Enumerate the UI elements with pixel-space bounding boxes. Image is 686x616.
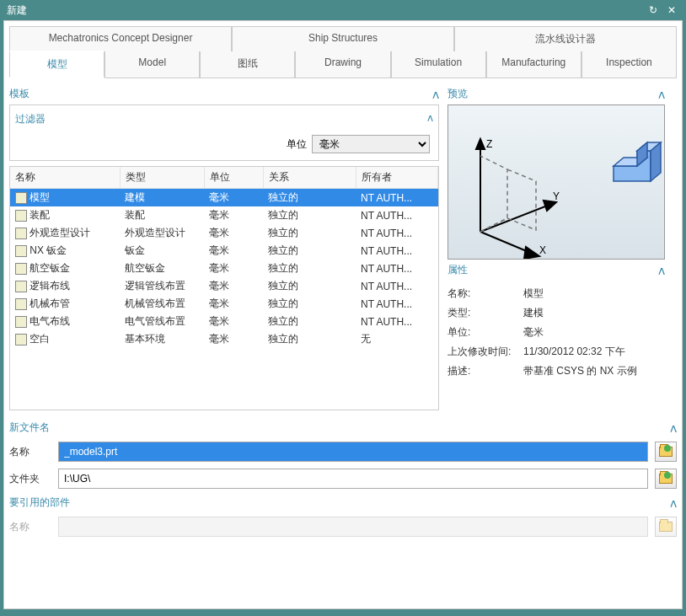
svg-line-2 bbox=[480, 205, 549, 232]
file-icon bbox=[15, 316, 27, 328]
section-refparts[interactable]: 要引用的部件 ʌ bbox=[9, 492, 677, 513]
sub-tab-1[interactable]: Model bbox=[105, 51, 200, 78]
chevron-up-icon: ʌ bbox=[432, 88, 439, 101]
table-row[interactable]: 逻辑布线逻辑管线布置毫米独立的NT AUTH... bbox=[10, 277, 438, 295]
sub-tab-0[interactable]: 模型 bbox=[9, 51, 105, 78]
svg-marker-5 bbox=[524, 247, 539, 259]
chevron-up-icon: ʌ bbox=[427, 112, 433, 126]
upper-tab-0[interactable]: Mechatronics Concept Designer bbox=[9, 26, 232, 51]
file-icon bbox=[15, 334, 27, 345]
folder-input[interactable] bbox=[58, 469, 648, 489]
unit-select[interactable]: 毫米 bbox=[312, 135, 430, 153]
table-row[interactable]: 装配装配毫米独立的NT AUTH... bbox=[10, 206, 438, 224]
chevron-up-icon: ʌ bbox=[658, 88, 665, 101]
file-icon bbox=[15, 210, 27, 222]
sub-tab-5[interactable]: Manufacturing bbox=[486, 51, 581, 78]
unit-label: 单位 bbox=[287, 137, 307, 152]
col-name[interactable]: 名称 bbox=[10, 167, 120, 189]
chevron-up-icon: ʌ bbox=[658, 264, 665, 277]
chevron-up-icon: ʌ bbox=[670, 496, 677, 510]
section-preview[interactable]: 预览 ʌ bbox=[448, 83, 665, 104]
close-icon[interactable]: ✕ bbox=[664, 3, 679, 18]
sub-tab-4[interactable]: Simulation bbox=[391, 51, 486, 78]
filename-input[interactable] bbox=[58, 442, 648, 462]
table-row[interactable]: 电气布线电气管线布置毫米独立的NT AUTH... bbox=[10, 313, 438, 330]
sub-tab-6[interactable]: Inspection bbox=[581, 51, 677, 78]
col-unit[interactable]: 单位 bbox=[204, 167, 263, 189]
svg-text:X: X bbox=[539, 244, 546, 256]
chevron-up-icon: ʌ bbox=[670, 421, 677, 435]
sub-tab-2[interactable]: 图纸 bbox=[200, 51, 295, 78]
section-newfile[interactable]: 新文件名 ʌ bbox=[9, 417, 677, 438]
sub-tab-3[interactable]: Drawing bbox=[295, 51, 390, 78]
svg-text:Z: Z bbox=[486, 138, 492, 150]
col-relation[interactable]: 关系 bbox=[263, 167, 356, 189]
upper-tab-1[interactable]: Ship Structures bbox=[232, 26, 454, 51]
browse-folder-button[interactable] bbox=[655, 469, 677, 489]
table-row[interactable]: 空白基本环境毫米独立的无 bbox=[10, 330, 438, 348]
svg-marker-1 bbox=[476, 139, 485, 149]
section-filter[interactable]: 过滤器 ʌ bbox=[15, 110, 433, 133]
browse-refpart-button bbox=[655, 517, 677, 537]
file-icon bbox=[15, 192, 27, 204]
col-type[interactable]: 类型 bbox=[120, 167, 204, 189]
file-icon bbox=[15, 298, 27, 310]
table-row[interactable]: 航空钣金航空钣金毫米独立的NT AUTH... bbox=[10, 260, 438, 277]
table-row[interactable]: 外观造型设计外观造型设计毫米独立的NT AUTH... bbox=[10, 224, 438, 242]
template-grid[interactable]: 名称 类型 单位 关系 所有者 模型建模毫米独立的NT AUTH... 装配装配… bbox=[9, 166, 439, 410]
titlebar: 新建 ↻ ✕ bbox=[0, 0, 686, 20]
reset-icon[interactable]: ↻ bbox=[646, 3, 661, 18]
window-title: 新建 bbox=[7, 3, 642, 18]
table-row[interactable]: NX 钣金钣金毫米独立的NT AUTH... bbox=[10, 242, 438, 260]
col-owner[interactable]: 所有者 bbox=[356, 167, 438, 189]
browse-name-button[interactable] bbox=[655, 442, 677, 462]
file-icon bbox=[15, 263, 27, 275]
file-icon bbox=[15, 228, 27, 239]
table-row[interactable]: 机械布管机械管线布置毫米独立的NT AUTH... bbox=[10, 295, 438, 313]
section-properties[interactable]: 属性 ʌ bbox=[448, 260, 665, 281]
refpart-input bbox=[58, 517, 648, 537]
table-row[interactable]: 模型建模毫米独立的NT AUTH... bbox=[10, 189, 438, 207]
file-icon bbox=[15, 245, 27, 257]
section-template[interactable]: 模板 ʌ bbox=[9, 83, 439, 104]
file-icon bbox=[15, 281, 27, 292]
svg-text:Y: Y bbox=[553, 190, 560, 202]
upper-tab-2[interactable]: 流水线设计器 bbox=[454, 26, 677, 51]
preview-area: Z Y X bbox=[448, 104, 665, 260]
